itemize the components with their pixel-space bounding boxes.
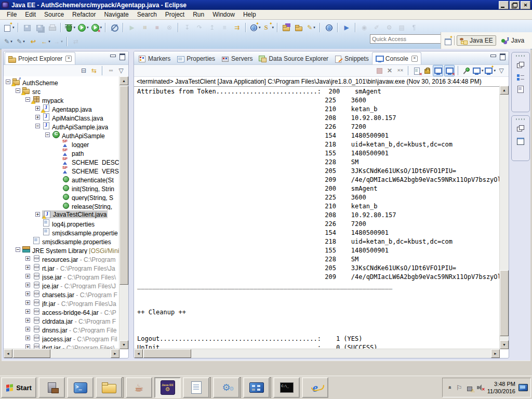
start-button[interactable]: Start (1, 377, 36, 398)
minimize-view-button[interactable] (109, 54, 116, 60)
run-validation-button[interactable]: ▶ (340, 22, 353, 33)
menu-item-refactor[interactable]: Refactor (68, 10, 100, 19)
scroll-right-icon[interactable]: ► (111, 349, 119, 358)
run-to-line-button[interactable]: ⇉ (231, 22, 243, 33)
new-web-class-button[interactable]: ✦▾ (262, 22, 275, 33)
expand-icon[interactable]: + (25, 336, 30, 340)
tab-properties[interactable]: Properties (174, 53, 218, 64)
tree-item-jsse.jar[interactable]: +jsse.jar - C:\Program Files\ (4, 272, 119, 281)
volume-muted-icon[interactable]: ✕ (476, 384, 484, 392)
tree-item-scheme-versi[interactable]: SCHEME_VERSI (4, 166, 119, 175)
expand-icon[interactable]: + (25, 283, 30, 287)
scroll-thumb[interactable] (13, 349, 50, 358)
tree-item-scheme-desc[interactable]: SCHEME_DESC (4, 157, 119, 166)
expand-icon[interactable]: + (25, 291, 30, 296)
outline-view-icon[interactable] (516, 73, 525, 81)
show-on-stdout-button[interactable] (433, 65, 443, 76)
editor-area-icon[interactable] (516, 137, 525, 144)
debug-dropdown-icon[interactable]: ▾ (74, 25, 76, 30)
forward-dropdown-icon[interactable]: ▾ (61, 39, 63, 44)
collapse-icon[interactable]: − (25, 97, 30, 102)
taskbar-button-powershell[interactable] (67, 377, 94, 398)
menu-item-search[interactable]: Search (133, 10, 161, 19)
tab-servers[interactable]: Servers (218, 53, 256, 64)
next-annotation-button[interactable]: ✎▾ (2, 36, 15, 47)
tree-item-jfr.jar[interactable]: +jfr.jar - C:\Program Files\Ja (4, 298, 119, 307)
taskbar-button-eclipse-java-ee-ide[interactable]: Java EE⚙ (154, 377, 181, 398)
collapse-icon[interactable]: − (6, 79, 10, 84)
expand-icon[interactable]: + (25, 327, 30, 331)
taskbar-button-java-coffee-app[interactable]: ☕ (126, 377, 152, 398)
tree-item-jre-system-library[interactable]: −JRE System Library [OSGi/Minin (4, 245, 119, 254)
scroll-lock-button[interactable] (422, 65, 432, 76)
skip-all-breakpoints-button[interactable] (108, 22, 121, 33)
console-hscrollbar[interactable]: ◄ ► (134, 349, 500, 358)
tree-item-rt.jar[interactable]: +rt.jar - C:\Program Files\Ja (4, 263, 119, 272)
menu-item-navigate[interactable]: Navigate (100, 10, 132, 19)
scroll-thumb[interactable] (119, 86, 128, 285)
focus-on-active-task-button[interactable]: ●● (106, 65, 115, 76)
tree-item-apimainclass.java[interactable]: +ApiMainClass.java (4, 113, 119, 122)
tree-item-javatestclient.java[interactable]: +JavaTestClient.java (4, 210, 119, 219)
menu-item-edit[interactable]: Edit (21, 10, 40, 19)
tree-item-path[interactable]: path (4, 148, 119, 157)
taskbar-button-file-explorer[interactable] (96, 377, 122, 398)
scroll-left-icon[interactable]: ◄ (134, 349, 143, 358)
perspective-java-ee-button[interactable]: Java EE (457, 35, 496, 46)
menu-item-help[interactable]: Help (239, 10, 260, 19)
show-hidden-icons-icon[interactable]: » (446, 384, 453, 392)
view-menu-button[interactable]: ▽ (116, 65, 126, 76)
debug-button[interactable]: ▾ (63, 22, 77, 33)
tree-item-logger[interactable]: logger (4, 139, 119, 148)
open-console-button[interactable]: ✦▾ (484, 65, 496, 76)
restore-view-icon[interactable] (516, 61, 525, 69)
tree-item-access-bridge-64.jar[interactable]: +access-bridge-64.jar - C:\P (4, 307, 119, 316)
restore-view-icon[interactable] (516, 125, 525, 132)
taskbar-button-command-prompt[interactable] (273, 377, 300, 398)
tab-console[interactable]: Console✕ (372, 52, 421, 64)
collapse-icon[interactable]: − (16, 247, 20, 252)
scroll-thumb[interactable] (500, 270, 509, 336)
console-view-menu-button[interactable]: ▽ (497, 65, 506, 76)
run-button[interactable]: ▾ (76, 22, 90, 33)
notification-flag-icon[interactable]: ⚐ (456, 384, 462, 392)
display-selected-console-dropdown-icon[interactable]: ▾ (482, 69, 484, 73)
mark-occurrences-button[interactable]: ✎▾ (305, 22, 317, 33)
expand-icon[interactable]: + (35, 115, 40, 119)
collapse-all-button[interactable]: ⊟ (79, 65, 88, 76)
project-tree-vscrollbar[interactable]: ▲ ▼ (119, 76, 128, 349)
expand-icon[interactable]: + (25, 265, 30, 270)
expand-icon[interactable]: + (25, 256, 30, 261)
open-type-button[interactable] (292, 22, 305, 33)
link-with-editor-toggle-button[interactable]: ⇆ (89, 65, 99, 76)
web-browser-button[interactable] (323, 22, 335, 33)
close-view-icon[interactable]: ✕ (65, 56, 72, 62)
back-button[interactable]: ←▾ (39, 36, 52, 47)
tree-item-mypack[interactable]: −mypack (4, 95, 119, 104)
minimize-button[interactable] (499, 1, 509, 9)
show-on-stderr-button[interactable]: ✕ (444, 65, 455, 76)
console-output-text[interactable]: Attributes from Token...................… (134, 86, 500, 349)
scroll-up-icon[interactable]: ▲ (119, 76, 128, 85)
new-wizard-button[interactable]: ✦▾ (2, 22, 16, 33)
remove-launch-button[interactable]: ✕ (385, 65, 394, 76)
scroll-down-icon[interactable]: ▼ (500, 340, 509, 349)
tree-item-authscheme[interactable]: −JAuthScheme (4, 77, 119, 86)
scroll-right-icon[interactable]: ► (491, 349, 500, 358)
minimize-view-button[interactable] (489, 54, 497, 60)
menu-item-window[interactable]: Window (208, 10, 239, 19)
maximize-view-button[interactable] (118, 54, 126, 60)
expand-icon[interactable]: + (35, 106, 40, 111)
tree-item-smjsdksample.propertie[interactable]: smjsdksample.propertie (4, 228, 119, 236)
display-selected-console-button[interactable]: ▾ (472, 65, 484, 76)
taskbar-button-internet-explorer[interactable]: e (302, 377, 328, 398)
open-console-dropdown-icon[interactable]: ▾ (494, 69, 496, 73)
tree-item-charsets.jar[interactable]: +charsets.jar - C:\Program F (4, 289, 119, 298)
perspective-java-button[interactable]: Java (498, 35, 527, 46)
taskbar-button-notepad[interactable] (183, 377, 209, 398)
tree-item-jce.jar[interactable]: +jce.jar - C:\Program Files\J (4, 281, 119, 289)
expand-icon[interactable]: + (25, 318, 30, 323)
clear-console-button[interactable]: ✕ (412, 65, 421, 76)
taskbar-button-computer-management[interactable] (38, 377, 65, 398)
next-annotation-dropdown-icon[interactable]: ▾ (10, 39, 12, 44)
